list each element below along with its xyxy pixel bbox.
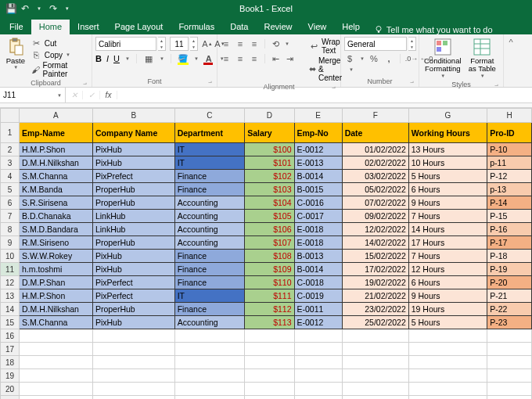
cell[interactable]: ProperHub [92, 196, 174, 210]
cell[interactable]: PixHub [92, 143, 174, 156]
cell[interactable] [20, 369, 93, 383]
cell[interactable]: P-19 [487, 263, 532, 276]
font-size-dropdown[interactable]: ▲▼ [190, 37, 198, 51]
col-header-H[interactable]: H [487, 109, 532, 123]
cell[interactable]: H.M.P.Shon [20, 143, 93, 156]
font-color-icon[interactable]: A [203, 53, 214, 64]
cell[interactable]: 12/02/2022 [342, 223, 408, 236]
cell[interactable]: C-0019 [294, 289, 342, 303]
name-box[interactable]: J11▼ [0, 88, 66, 102]
tab-view[interactable]: View [300, 20, 335, 34]
cell[interactable]: P-21 [487, 289, 532, 303]
row-header-11[interactable]: 11 [1, 263, 20, 276]
cell[interactable]: $113 [245, 316, 294, 329]
cell[interactable]: R.M.Siriseno [20, 236, 93, 250]
cell[interactable] [408, 383, 487, 396]
undo-icon[interactable]: ↶ [19, 2, 31, 15]
cell[interactable]: 09/02/2022 [342, 210, 408, 223]
cell[interactable]: E-0011 [294, 303, 342, 316]
header-date[interactable]: Date [342, 123, 408, 143]
tab-file[interactable]: File [2, 20, 31, 34]
row-header-1[interactable]: 1 [1, 123, 20, 143]
cell[interactable]: B-0014 [294, 263, 342, 276]
redo-icon[interactable]: ↷ [47, 2, 59, 15]
indent-decrease-icon[interactable]: ⇤ [270, 53, 281, 64]
cell[interactable]: 23/02/2022 [342, 303, 408, 316]
row-header-6[interactable]: 6 [1, 196, 20, 210]
row-header-16[interactable]: 16 [1, 329, 20, 343]
cell[interactable]: $100 [245, 143, 294, 156]
cell[interactable]: D.M.H.Nilkshan [20, 303, 93, 316]
cell[interactable] [92, 356, 174, 369]
cell[interactable] [245, 396, 294, 400]
font-size-combo[interactable]: 11 [170, 37, 189, 51]
cell[interactable]: PixPerfect [92, 276, 174, 289]
fill-color-icon[interactable]: 🪣 [178, 53, 189, 64]
cell[interactable]: 21/02/2022 [342, 289, 408, 303]
cell[interactable]: 02/02/2022 [342, 156, 408, 170]
row-header-17[interactable]: 17 [1, 343, 20, 356]
cell[interactable]: IT [174, 143, 245, 156]
cell[interactable]: P-14 [487, 196, 532, 210]
cell[interactable] [245, 383, 294, 396]
cell[interactable]: PixHub [92, 156, 174, 170]
cell[interactable] [92, 343, 174, 356]
cell[interactable]: 10 Hours [408, 156, 487, 170]
cell[interactable] [342, 356, 408, 369]
cell[interactable]: p-13 [487, 183, 532, 196]
cell[interactable]: Finance [174, 250, 245, 263]
cell[interactable]: S.M.Channa [20, 316, 93, 329]
cell[interactable] [294, 396, 342, 400]
row-header-2[interactable]: 2 [1, 143, 20, 156]
cell[interactable]: P-17 [487, 236, 532, 250]
cell[interactable] [245, 369, 294, 383]
cell[interactable]: PixHub [92, 316, 174, 329]
cell[interactable]: IT [174, 156, 245, 170]
cell[interactable]: Finance [174, 276, 245, 289]
header-company[interactable]: Company Name [92, 123, 174, 143]
cell[interactable]: Accounting [174, 210, 245, 223]
tab-help[interactable]: Help [334, 20, 368, 34]
cell[interactable] [92, 369, 174, 383]
cell[interactable] [92, 396, 174, 400]
cell[interactable] [294, 369, 342, 383]
header-pro-id[interactable]: Pro-ID [487, 123, 532, 143]
cell[interactable] [342, 383, 408, 396]
cell[interactable]: E-0012 [294, 316, 342, 329]
cell[interactable]: 17 Hours [408, 236, 487, 250]
col-header-F[interactable]: F [342, 109, 408, 123]
cell[interactable]: B-0013 [294, 250, 342, 263]
cell[interactable] [20, 396, 93, 400]
cell[interactable]: LinkHub [92, 210, 174, 223]
cell[interactable] [20, 356, 93, 369]
cell[interactable]: P-22 [487, 303, 532, 316]
cell[interactable]: $106 [245, 223, 294, 236]
cell[interactable]: Finance [174, 183, 245, 196]
cell[interactable]: D.M.H.Nilkshan [20, 156, 93, 170]
percent-icon[interactable]: % [368, 53, 379, 64]
cell[interactable] [487, 396, 532, 400]
cell[interactable]: Finance [174, 303, 245, 316]
increase-font-icon[interactable]: A▲ [202, 38, 213, 49]
cell[interactable]: $108 [245, 250, 294, 263]
col-header-E[interactable]: E [294, 109, 342, 123]
cell[interactable]: P-10 [487, 143, 532, 156]
cell[interactable]: p-11 [487, 156, 532, 170]
tab-home[interactable]: Home [31, 20, 70, 34]
row-header-8[interactable]: 8 [1, 223, 20, 236]
cell[interactable] [20, 343, 93, 356]
cell[interactable]: S.W.W.Rokey [20, 250, 93, 263]
cell[interactable]: Accounting [174, 316, 245, 329]
cell[interactable]: $111 [245, 289, 294, 303]
ribbon-collapse-icon[interactable]: ^ [504, 34, 518, 87]
row-header-9[interactable]: 9 [1, 236, 20, 250]
cell[interactable] [20, 329, 93, 343]
row-header-15[interactable]: 15 [1, 316, 20, 329]
cell[interactable] [487, 369, 532, 383]
number-format-combo[interactable]: General [344, 37, 407, 51]
cell[interactable] [342, 343, 408, 356]
cell[interactable]: $103 [245, 183, 294, 196]
cell[interactable] [174, 369, 245, 383]
cell[interactable] [342, 369, 408, 383]
cell[interactable]: $102 [245, 170, 294, 183]
